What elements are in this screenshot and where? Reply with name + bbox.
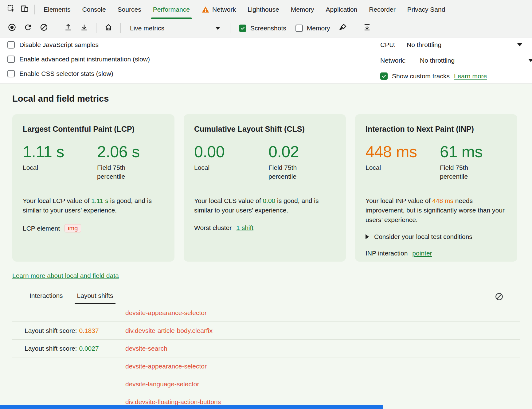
lcp-element-label: LCP element <box>23 225 60 232</box>
cls-card-title: Cumulative Layout Shift (CLS) <box>194 125 335 134</box>
learn-more-field-data-link[interactable]: Learn more about local and field data <box>12 272 119 279</box>
clear-button[interactable] <box>37 21 51 35</box>
clear-log-button[interactable] <box>495 292 504 301</box>
lcp-element-node-chip[interactable]: img <box>65 224 81 232</box>
score-value: 0.0027 <box>79 345 99 352</box>
toggle-device-toolbar-button[interactable] <box>18 3 31 16</box>
live-metrics-label: Live metrics <box>130 25 164 32</box>
screenshots-checkbox[interactable] <box>239 25 246 32</box>
tab-layout-shifts[interactable]: Layout shifts <box>77 292 113 304</box>
horizontal-scrollbar-thumb[interactable] <box>0 405 383 409</box>
tab-memory[interactable]: Memory <box>285 0 320 19</box>
memory-checkbox[interactable] <box>295 25 303 32</box>
record-and-reload-button[interactable] <box>21 21 35 35</box>
layout-shift-row: devsite-language-selector <box>12 375 520 393</box>
cleanup-button[interactable] <box>336 21 350 35</box>
network-value: No throttling <box>420 57 455 64</box>
tab-application[interactable]: Application <box>320 0 363 19</box>
worst-cluster-label: Worst cluster <box>194 224 232 232</box>
cls-description: Your local CLS value of 0.00 is good, an… <box>194 196 335 215</box>
tab-label: Lighthouse <box>248 6 279 13</box>
network-dropdown-caret[interactable] <box>528 59 532 62</box>
inp-field-value: 61 ms <box>440 143 483 161</box>
tab-performance[interactable]: Performance <box>147 0 196 19</box>
home-icon <box>104 23 113 33</box>
score-label: Layout shift score: <box>25 327 77 334</box>
block-icon <box>495 295 504 302</box>
tab-lighthouse[interactable]: Lighthouse <box>242 0 285 19</box>
cpu-dropdown-caret[interactable] <box>517 43 522 46</box>
memory-checkbox-row[interactable]: Memory <box>292 25 334 32</box>
show-custom-tracks-checkbox[interactable] <box>380 72 388 80</box>
toolbar-divider <box>120 23 121 33</box>
load-profile-button[interactable] <box>61 21 75 35</box>
tab-console[interactable]: Console <box>76 0 112 19</box>
performance-toolbar: Live metrics Screenshots Memory <box>0 19 532 37</box>
panel-tabs: Elements Console Sources Performance Net… <box>38 0 451 19</box>
tab-recorder[interactable]: Recorder <box>363 0 401 19</box>
home-button[interactable] <box>101 21 115 35</box>
tab-privacy-sandbox[interactable]: Privacy Sand <box>401 0 451 19</box>
upload-icon <box>64 23 72 33</box>
worst-cluster-shift-link[interactable]: 1 shift <box>236 224 253 232</box>
live-metrics-select[interactable]: Live metrics <box>126 22 225 35</box>
save-profile-button[interactable] <box>77 21 91 35</box>
screenshots-checkbox-row[interactable]: Screenshots <box>235 25 290 32</box>
reload-icon <box>24 23 32 33</box>
card-divider <box>23 189 164 189</box>
cpu-value: No throttling <box>407 41 441 49</box>
network-throttling-select[interactable]: Network: No throttling <box>380 55 455 66</box>
score-label: Layout shift score: <box>25 345 77 352</box>
tab-sources[interactable]: Sources <box>112 0 147 19</box>
custom-tracks-learn-more-link[interactable]: Learn more <box>454 72 487 80</box>
layout-shift-row: devsite-appearance-selector <box>12 304 520 322</box>
local-test-conditions-expander[interactable]: Consider your local test conditions <box>366 233 507 240</box>
tab-label: Performance <box>153 6 190 13</box>
cls-local-value: 0.00 <box>194 143 268 161</box>
layout-shift-row: devsite-appearance-selector <box>12 357 520 375</box>
expand-triangle-icon <box>366 234 369 239</box>
node-link[interactable]: devsite-search <box>125 345 167 352</box>
record-icon <box>8 23 16 33</box>
cls-card: Cumulative Layout Shift (CLS) 0.00 Local… <box>184 114 346 262</box>
score-value: 0.1837 <box>79 327 99 334</box>
advanced-paint-checkbox[interactable] <box>7 56 15 63</box>
lcp-field-label: Field 75th percentile <box>97 163 140 181</box>
inp-interaction-pointer-link[interactable]: pointer <box>412 250 432 257</box>
lcp-card-title: Largest Contentful Paint (LCP) <box>23 125 164 134</box>
collect-garbage-button[interactable] <box>360 21 374 35</box>
tab-interactions[interactable]: Interactions <box>29 292 63 304</box>
tab-label: Recorder <box>369 6 395 13</box>
tab-label: Console <box>82 6 106 13</box>
collect-garbage-icon <box>363 23 371 33</box>
node-link[interactable]: devsite-appearance-selector <box>125 363 207 370</box>
layout-shift-log: devsite-appearance-selector Layout shift… <box>12 304 520 409</box>
tab-elements[interactable]: Elements <box>38 0 76 19</box>
record-button[interactable] <box>5 21 19 35</box>
show-custom-tracks-row[interactable]: Show custom tracks Learn more <box>380 71 487 82</box>
node-link[interactable]: div.devsite-floating-action-buttons <box>125 398 221 406</box>
device-toolbar-icon <box>20 4 29 14</box>
inp-local-label: Local <box>366 163 409 172</box>
capture-settings: Disable JavaScript samples Enable advanc… <box>0 37 532 84</box>
node-link[interactable]: devsite-language-selector <box>125 380 199 388</box>
devtools-main-toolbar: Elements Console Sources Performance Net… <box>0 0 532 19</box>
tab-label: Memory <box>291 6 314 13</box>
disable-js-samples-checkbox[interactable] <box>7 41 15 49</box>
tab-network[interactable]: Network <box>196 0 242 19</box>
show-custom-tracks-label: Show custom tracks <box>392 72 450 80</box>
inspect-cursor-icon <box>7 4 15 14</box>
inp-card: Interaction to Next Paint (INP) 448 ms L… <box>355 114 517 262</box>
css-selector-stats-checkbox[interactable] <box>7 70 15 77</box>
lcp-description: Your local LCP value of 1.11 s is good, … <box>23 196 164 215</box>
screenshots-label: Screenshots <box>250 25 286 32</box>
cls-field-value: 0.02 <box>268 143 311 161</box>
toolbar-divider <box>96 23 96 33</box>
cpu-throttling-select[interactable]: CPU: No throttling <box>380 39 441 50</box>
inp-card-title: Interaction to Next Paint (INP) <box>366 125 507 134</box>
inspect-element-button[interactable] <box>4 3 18 16</box>
node-link[interactable]: devsite-appearance-selector <box>125 309 207 317</box>
node-link[interactable]: div.devsite-article-body.clearfix <box>125 327 213 334</box>
disable-js-samples-row[interactable]: Disable JavaScript samples <box>0 37 532 52</box>
tab-label: Network <box>212 6 236 13</box>
